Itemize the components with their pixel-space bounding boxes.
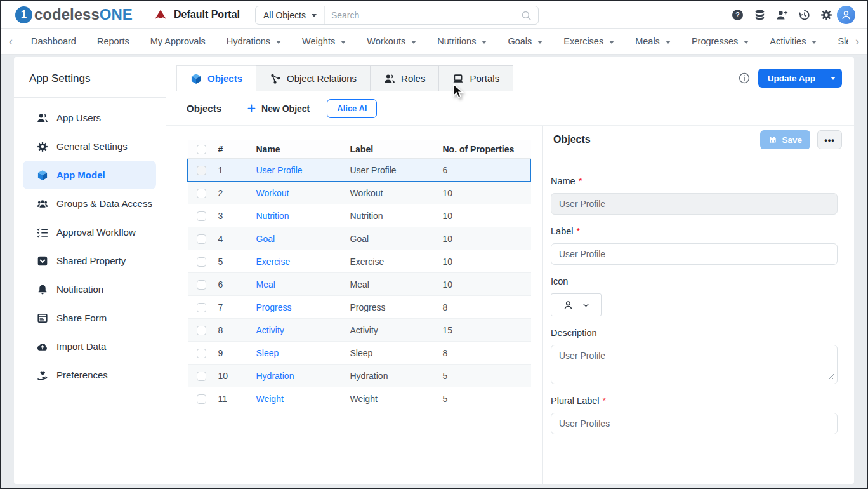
icon-field-group: Icon [551, 275, 838, 316]
search-icon[interactable] [521, 10, 532, 21]
brand-logo[interactable]: 1 codelessONE [15, 1, 133, 28]
table-row[interactable]: 3 Nutrition Nutrition 10 [188, 204, 531, 227]
icon-dropdown[interactable] [551, 293, 602, 316]
history-icon[interactable] [798, 9, 810, 21]
row-checkbox[interactable] [197, 372, 206, 381]
tab[interactable]: Object Relations [256, 65, 371, 91]
database-icon[interactable] [754, 9, 766, 21]
object-name-link[interactable]: Weight [256, 394, 284, 404]
help-icon[interactable]: ? [732, 9, 744, 21]
sidebar-item[interactable]: Approval Workflow [23, 218, 156, 246]
object-name-link[interactable]: Goal [256, 234, 275, 244]
nav-item[interactable]: Sleeps [838, 36, 848, 46]
table-row[interactable]: 6 Meal Meal 10 [188, 273, 531, 296]
search-input[interactable] [325, 10, 521, 20]
update-app-cluster: Update App [739, 69, 842, 88]
nav-item[interactable]: Progresses [692, 36, 749, 46]
row-checkbox[interactable] [197, 234, 206, 244]
chevron-down-icon[interactable] [824, 77, 842, 80]
chevron-down-icon [312, 14, 317, 17]
new-object-button[interactable]: New Object [247, 104, 310, 114]
object-name-link[interactable]: User Profile [256, 165, 303, 175]
sidebar-item[interactable]: General Settings [23, 132, 156, 161]
nav-item[interactable]: Workouts [367, 36, 416, 46]
description-field[interactable]: User Profile [551, 345, 838, 384]
tab[interactable]: Roles [370, 65, 439, 91]
table-row[interactable]: 9 Sleep Sleep 8 [188, 342, 531, 365]
update-app-button[interactable]: Update App [758, 69, 842, 88]
tab[interactable]: Portals [438, 65, 513, 91]
nav-item[interactable]: Hydrations [227, 36, 281, 46]
nav-item[interactable]: Exercises [563, 36, 614, 46]
nav-scroll-left-icon[interactable]: ‹ [1, 36, 20, 47]
row-checkbox[interactable] [197, 211, 206, 221]
sidebar-item[interactable]: Preferences [23, 361, 156, 389]
chevron-down-icon [411, 41, 416, 44]
nav-scroll-right-icon[interactable]: › [848, 36, 867, 47]
nav-item[interactable]: Nutritions [437, 36, 487, 46]
nav-item[interactable]: My Approvals [150, 36, 206, 46]
sidebar-item[interactable]: App Users [23, 104, 156, 132]
nav-item[interactable]: Meals [635, 36, 671, 46]
table-row[interactable]: 4 Goal Goal 10 [188, 227, 531, 250]
chevron-down-icon [609, 41, 614, 44]
user-avatar[interactable] [837, 6, 855, 24]
more-options-button[interactable]: ••• [817, 130, 842, 149]
nav-item[interactable]: Reports [97, 36, 129, 46]
object-name-link[interactable]: Activity [256, 325, 284, 335]
search-scope-dropdown[interactable]: All Objects [256, 6, 325, 24]
portal-name: Default Portal [174, 9, 240, 20]
save-button[interactable]: Save [760, 130, 810, 149]
object-name-link[interactable]: Hydration [256, 371, 294, 381]
alice-ai-button[interactable]: Alice AI [327, 99, 377, 118]
sidebar-item[interactable]: Notification [23, 275, 156, 304]
name-field[interactable] [551, 193, 838, 215]
relations-icon [270, 73, 281, 84]
table-row[interactable]: 2 Workout Workout 10 [188, 182, 531, 204]
nav-item[interactable]: Goals [508, 36, 542, 46]
object-name-link[interactable]: Meal [256, 279, 275, 290]
table-row[interactable]: 5 Exercise Exercise 10 [188, 250, 531, 273]
nav-item[interactable]: Weights [302, 36, 346, 46]
sidebar-item[interactable]: App Model [23, 161, 156, 189]
info-icon[interactable] [739, 72, 750, 84]
plural-label-field[interactable] [551, 413, 838, 434]
table-row[interactable]: 8 Activity Activity 15 [188, 319, 531, 342]
object-name-link[interactable]: Nutrition [256, 211, 289, 221]
sidebar-item[interactable]: Shared Property [23, 246, 156, 275]
row-checkbox[interactable] [197, 394, 206, 404]
object-name-link[interactable]: Progress [256, 302, 292, 312]
row-checkbox[interactable] [197, 280, 206, 290]
row-checkbox[interactable] [197, 189, 206, 198]
sidebar-item-list: App Users General Settings App Model Gro… [14, 98, 166, 389]
row-checkbox[interactable] [197, 166, 206, 175]
row-checkbox[interactable] [197, 349, 206, 358]
settings-icon[interactable] [820, 9, 832, 21]
row-checkbox[interactable] [197, 303, 206, 312]
portals-icon [452, 73, 464, 84]
portal-selector[interactable]: Default Portal [154, 1, 240, 28]
resize-grip[interactable] [829, 374, 835, 380]
nav-item-list: Dashboard Reports My Approvals Hydration… [31, 36, 848, 46]
table-row[interactable]: 10 Hydration Hydration 5 [188, 365, 531, 387]
row-checkbox[interactable] [197, 326, 206, 335]
cloud-upload-icon [37, 341, 48, 352]
label-field[interactable] [551, 243, 838, 265]
select-all-checkbox[interactable] [197, 145, 206, 154]
sidebar-item[interactable]: Groups & Data Access [23, 189, 156, 218]
nav-item[interactable]: Dashboard [31, 36, 76, 46]
tab[interactable]: Objects [176, 65, 256, 91]
person-outline-icon [563, 300, 574, 311]
object-name-link[interactable]: Sleep [256, 348, 279, 358]
table-row[interactable]: 1 User Profile User Profile 6 [188, 159, 531, 182]
object-name-link[interactable]: Workout [256, 188, 289, 198]
table-row[interactable]: 7 Progress Progress 8 [188, 296, 531, 319]
cube-icon [190, 73, 202, 84]
sidebar-item[interactable]: Import Data [23, 332, 156, 361]
nav-item[interactable]: Activities [770, 36, 817, 46]
sidebar-item[interactable]: Share Form [23, 304, 156, 332]
table-row[interactable]: 11 Weight Weight 5 [188, 387, 531, 410]
row-checkbox[interactable] [197, 257, 206, 267]
add-user-icon[interactable] [776, 9, 788, 21]
object-name-link[interactable]: Exercise [256, 257, 291, 267]
